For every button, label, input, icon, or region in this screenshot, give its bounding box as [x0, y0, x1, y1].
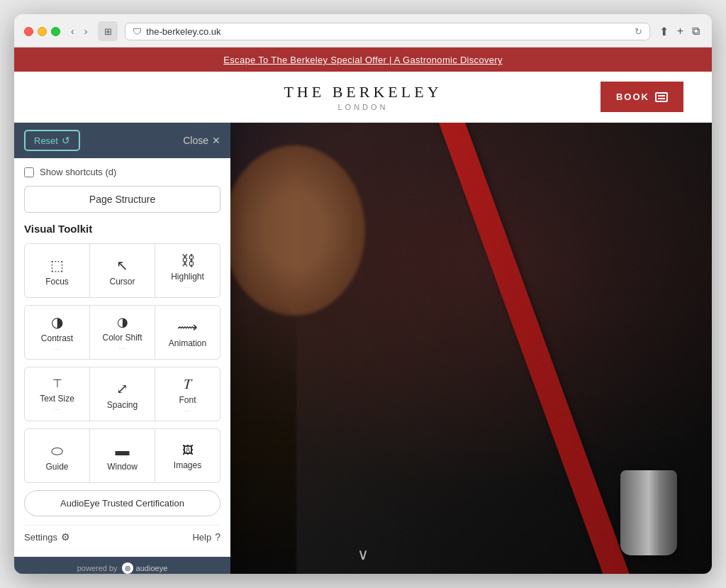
animation-label: Animation	[169, 338, 206, 348]
scroll-down-indicator[interactable]: ∨	[357, 545, 369, 564]
toolkit-grid-row2: ◑ Contrast ··· ◑ Color Shift ··· ⟿ Anima…	[24, 305, 220, 360]
shortcuts-checkbox[interactable]	[24, 167, 34, 177]
toolkit-spacing[interactable]: ⤢ Spacing	[90, 367, 155, 421]
add-tab-button[interactable]: +	[675, 23, 686, 40]
fullscreen-traffic-light[interactable]	[51, 27, 60, 36]
window-icon: ▬	[116, 443, 130, 457]
share-button[interactable]: ⬆	[657, 23, 671, 40]
copy-tab-button[interactable]: ⧉	[690, 23, 702, 40]
book-button[interactable]: BOOK	[601, 82, 683, 112]
contrast-dots: ···	[54, 346, 61, 353]
traffic-lights	[24, 27, 60, 36]
toolkit-grid-row4: ⬭ Guide ▬ Window 🖼 Images	[24, 428, 220, 483]
shortcuts-row: Show shortcuts (d)	[24, 167, 220, 177]
color-shift-dots: ···	[119, 345, 126, 352]
forward-button[interactable]: ›	[81, 24, 91, 38]
reset-icon: ↺	[62, 135, 70, 146]
toolkit-font[interactable]: 𝑇 Font ···	[155, 367, 220, 421]
settings-icon: ⚙	[61, 531, 70, 543]
audioeye-footer: powered by ◎ audioeye	[14, 557, 230, 574]
browser-tabs: ⊞	[98, 21, 118, 41]
focus-label: Focus	[45, 277, 69, 287]
browser-window: ‹ › ⊞ 🛡 ↻ ⬆ + ⧉ Escape To The Berkeley S…	[14, 14, 712, 574]
color-shift-icon: ◑	[117, 316, 128, 328]
book-calendar-icon	[655, 92, 668, 102]
focus-icon: ⬚	[50, 258, 64, 272]
reset-button[interactable]: Reset ↺	[24, 130, 80, 151]
reset-label: Reset	[34, 135, 58, 146]
window-label: Window	[107, 462, 138, 472]
panel-footer-links: Settings ⚙ Help ?	[24, 525, 220, 548]
toolkit-highlight[interactable]: ⛓ Highlight ···	[155, 244, 220, 297]
toolkit-animation[interactable]: ⟿ Animation	[155, 306, 220, 359]
browser-actions: ⬆ + ⧉	[657, 23, 702, 40]
settings-label: Settings	[24, 532, 57, 543]
spacing-label: Spacing	[107, 400, 138, 410]
images-label: Images	[174, 460, 201, 470]
minimize-traffic-light[interactable]	[38, 27, 47, 36]
audioeye-brand: audioeye	[136, 564, 168, 572]
animation-icon: ⟿	[177, 320, 198, 334]
security-icon: 🛡	[133, 26, 142, 37]
hero-section: ∨ Reset ↺ Close ✕	[14, 123, 712, 574]
toolkit-text-size[interactable]: ⊤ Text Size ···	[25, 367, 89, 421]
contrast-label: Contrast	[41, 333, 73, 343]
refresh-button[interactable]: ↻	[635, 26, 642, 37]
book-label: BOOK	[616, 91, 649, 102]
audioeye-logo[interactable]: ◎ audioeye	[122, 562, 168, 574]
address-input[interactable]	[146, 26, 630, 37]
help-icon: ?	[215, 531, 220, 543]
hotel-name: THE BERKELEY	[256, 83, 469, 101]
website-container: Escape To The Berkeley Special Offer | A…	[14, 48, 712, 574]
guide-label: Guide	[45, 462, 68, 472]
spacing-icon: ⤢	[116, 382, 128, 396]
cursor-label: Cursor	[109, 277, 135, 287]
hotel-header: THE BERKELEY LONDON BOOK	[14, 72, 712, 123]
back-button[interactable]: ‹	[67, 24, 78, 38]
panel-body: Show shortcuts (d) Page Structure Visual…	[14, 158, 230, 557]
contrast-icon: ◑	[51, 315, 63, 329]
help-label: Help	[192, 532, 211, 543]
color-shift-label: Color Shift	[102, 333, 142, 343]
toolkit-images[interactable]: 🖼 Images	[155, 429, 220, 482]
highlight-dots: ···	[184, 284, 191, 291]
announcement-link[interactable]: Escape To The Berkeley Special Offer | A…	[223, 55, 502, 65]
toolkit-grid-row3: ⊤ Text Size ··· ⤢ Spacing 𝑇 Font ···	[24, 367, 220, 421]
highlight-icon: ⛓	[181, 253, 195, 267]
close-traffic-light[interactable]	[24, 27, 33, 36]
toolkit-focus[interactable]: ⬚ Focus	[25, 244, 89, 297]
toolkit-color-shift[interactable]: ◑ Color Shift ···	[90, 306, 155, 359]
highlight-label: Highlight	[171, 272, 204, 282]
toolkit-contrast[interactable]: ◑ Contrast ···	[25, 306, 89, 359]
close-button[interactable]: Close ✕	[183, 135, 220, 146]
page-structure-button[interactable]: Page Structure	[24, 186, 220, 213]
hotel-logo: THE BERKELEY LONDON	[256, 83, 469, 111]
cursor-icon: ↖	[116, 258, 128, 272]
certification-button[interactable]: AudioEye Trusted Certification	[24, 490, 220, 516]
accessibility-panel: Reset ↺ Close ✕ Show shortcuts (d)	[14, 123, 230, 574]
browser-nav: ‹ ›	[67, 24, 91, 38]
tab-view-icon[interactable]: ⊞	[98, 21, 118, 41]
visual-toolkit-title: Visual Toolkit	[24, 223, 220, 235]
announcement-bar: Escape To The Berkeley Special Offer | A…	[14, 48, 712, 72]
images-icon: 🖼	[182, 445, 194, 456]
hotel-location: LONDON	[256, 103, 469, 111]
address-bar-container: 🛡 ↻	[125, 23, 649, 40]
shortcuts-label[interactable]: Show shortcuts (d)	[40, 167, 116, 177]
browser-chrome: ‹ › ⊞ 🛡 ↻ ⬆ + ⧉	[14, 14, 712, 48]
powered-by-text: powered by	[77, 564, 118, 572]
font-icon: 𝑇	[184, 377, 191, 391]
help-button[interactable]: Help ?	[192, 531, 220, 543]
ae-logo-icon: ◎	[122, 562, 133, 574]
text-size-dots: ···	[54, 406, 61, 413]
font-dots: ···	[184, 408, 191, 414]
toolkit-window[interactable]: ▬ Window	[90, 429, 155, 482]
guide-icon: ⬭	[51, 443, 63, 457]
toolkit-cursor[interactable]: ↖ Cursor	[90, 244, 155, 297]
toolkit-grid-row1: ⬚ Focus ↖ Cursor ⛓ Highlight ···	[24, 243, 220, 298]
panel-header: Reset ↺ Close ✕	[14, 123, 230, 158]
settings-button[interactable]: Settings ⚙	[24, 531, 70, 543]
toolkit-guide[interactable]: ⬭ Guide	[25, 429, 89, 482]
text-size-icon: ⊤	[52, 378, 62, 389]
close-label: Close	[183, 135, 208, 146]
